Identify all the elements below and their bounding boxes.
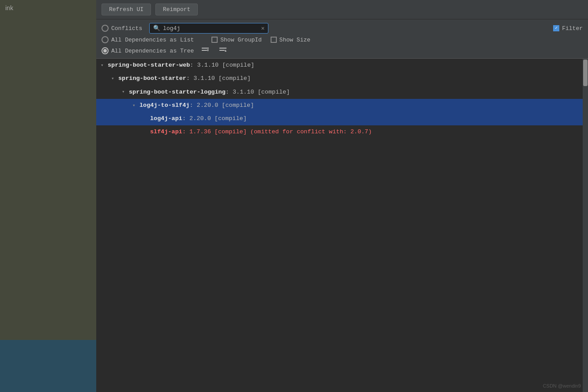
show-size-check[interactable]: Show Size: [271, 37, 310, 43]
svg-rect-1: [202, 50, 207, 51]
main-panel: Refresh UI Reimport Conflicts 🔍 ✕ ✓: [96, 0, 588, 392]
expand-all-icon: [219, 47, 227, 55]
show-groupid-label: Show GroupId: [220, 37, 262, 43]
show-groupid-check[interactable]: Show GroupId: [211, 37, 262, 43]
expand-arrow[interactable]: ▾: [122, 88, 129, 96]
collapse-all-button[interactable]: [199, 46, 211, 56]
tree-node-conflict[interactable]: ▾ slf4j-api : 1.7.36 [compile] (omitted …: [96, 125, 583, 139]
filter-checkbox[interactable]: ✓: [553, 25, 559, 31]
tree-node[interactable]: ▾ spring-boot-starter : 3.1.10 [compile]: [96, 72, 583, 85]
search-clear-icon[interactable]: ✕: [261, 26, 264, 31]
all-deps-list-label: All Dependencies as List: [111, 37, 194, 43]
node-version: : 3.1.10 [compile]: [190, 61, 254, 70]
all-deps-tree-radio[interactable]: All Dependencies as Tree: [102, 47, 194, 54]
node-name: spring-boot-starter-logging: [129, 88, 226, 97]
tree-content[interactable]: ▾ spring-boot-starter-web : 3.1.10 [comp…: [96, 59, 583, 392]
tree-area: ▾ spring-boot-starter-web : 3.1.10 [comp…: [96, 58, 588, 392]
show-groupid-checkbox[interactable]: [211, 37, 218, 43]
svg-rect-0: [202, 48, 209, 49]
node-version: : 2.20.0 [compile]: [182, 114, 247, 123]
app-label: ink: [0, 0, 96, 16]
checkmark-icon: ✓: [555, 26, 558, 30]
filter-label: Filter: [562, 25, 583, 32]
refresh-ui-button[interactable]: Refresh UI: [102, 4, 151, 15]
node-name: spring-boot-starter-web: [108, 61, 190, 70]
left-panel: ink: [0, 0, 96, 392]
show-size-label: Show Size: [279, 37, 310, 43]
svg-rect-4: [219, 50, 225, 51]
scrollbar-thumb[interactable]: [583, 60, 588, 86]
reimport-button[interactable]: Reimport: [155, 4, 198, 15]
svg-marker-5: [225, 49, 226, 52]
options-area: Conflicts 🔍 ✕ ✓ Filter Al: [96, 19, 588, 58]
search-input[interactable]: [163, 25, 258, 32]
tree-node[interactable]: ▾ log4j-api : 2.20.0 [compile]: [96, 112, 583, 125]
expand-all-button[interactable]: [217, 46, 229, 56]
svg-marker-2: [207, 49, 209, 52]
node-name: log4j-to-slf4j: [139, 101, 189, 110]
conflicts-label: Conflicts: [111, 25, 142, 32]
node-name: log4j-api: [150, 114, 182, 123]
filter-group: ✓ Filter: [553, 25, 583, 32]
show-size-checkbox[interactable]: [271, 37, 277, 43]
all-deps-list-radio[interactable]: All Dependencies as List: [102, 36, 194, 43]
options-row-2: All Dependencies as List Show GroupId Sh…: [102, 36, 583, 43]
node-version: : 2.20.0 [compile]: [189, 101, 254, 110]
app-container: ink Refresh UI Reimport Conflicts 🔍 ✕: [0, 0, 588, 392]
expand-arrow[interactable]: ▾: [111, 75, 118, 83]
node-version: : 3.1.10 [compile]: [186, 74, 251, 83]
tree-node[interactable]: ▾ spring-boot-starter-web : 3.1.10 [comp…: [96, 59, 583, 72]
toolbar: Refresh UI Reimport: [96, 0, 588, 19]
conflicts-radio[interactable]: Conflicts: [102, 25, 142, 32]
left-panel-bottom: [0, 340, 96, 392]
conflict-node-detail: : 1.7.36 [compile] (omitted for conflict…: [182, 128, 372, 136]
watermark: CSDN @wendin9: [543, 383, 581, 388]
search-icon: 🔍: [153, 25, 160, 32]
all-deps-tree-label: All Dependencies as Tree: [111, 48, 194, 54]
node-name: spring-boot-starter: [118, 74, 186, 83]
tree-node[interactable]: ▾ log4j-to-slf4j : 2.20.0 [compile]: [96, 99, 583, 112]
conflicts-radio-outer: [102, 25, 109, 32]
expand-arrow[interactable]: ▾: [132, 102, 139, 109]
search-box: 🔍 ✕: [149, 23, 268, 34]
node-version: : 3.1.10 [compile]: [226, 88, 290, 97]
conflict-node-name: slf4j-api: [150, 128, 182, 136]
all-deps-list-radio-outer: [102, 36, 109, 43]
collapse-all-icon: [201, 47, 210, 55]
expand-arrow[interactable]: ▾: [101, 62, 108, 69]
all-deps-tree-radio-outer: [102, 47, 109, 54]
options-row-3: All Dependencies as Tree: [102, 46, 583, 56]
all-deps-tree-radio-inner: [103, 49, 107, 53]
left-panel-top: ink: [0, 0, 96, 340]
scrollbar-track[interactable]: [583, 59, 588, 392]
svg-rect-3: [219, 48, 226, 49]
options-row-1: Conflicts 🔍 ✕ ✓ Filter: [102, 23, 583, 34]
tree-node[interactable]: ▾ spring-boot-starter-logging : 3.1.10 […: [96, 86, 583, 99]
